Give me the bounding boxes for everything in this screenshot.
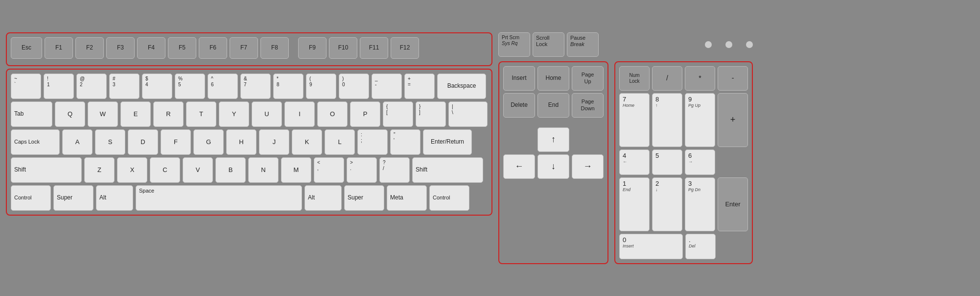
key-s[interactable]: S	[95, 129, 125, 155]
key-numpad-5[interactable]: 5	[652, 149, 682, 175]
key-4[interactable]: $4	[142, 74, 172, 99]
key-numpad-dot[interactable]: . Del	[685, 234, 716, 259]
key-numpad-0[interactable]: 0 Insert	[619, 234, 683, 259]
key-numpad-3[interactable]: 3 Pg Dn	[685, 177, 715, 231]
key-end[interactable]: End	[537, 93, 569, 118]
key-numpad-9[interactable]: 9 Pg Up	[685, 93, 715, 147]
key-q[interactable]: Q	[55, 101, 85, 127]
key-shift-left[interactable]: Shift	[11, 157, 82, 183]
key-meta[interactable]: Meta	[387, 185, 427, 211]
key-f2[interactable]: F2	[75, 37, 104, 59]
key-alt-right[interactable]: Alt	[304, 185, 342, 211]
key-esc[interactable]: Esc	[11, 37, 42, 59]
key-t[interactable]: T	[186, 101, 216, 127]
key-f1[interactable]: F1	[45, 37, 73, 59]
key-7[interactable]: &7	[240, 74, 271, 99]
key-super-left[interactable]: Super	[53, 185, 93, 211]
key-scrolllock[interactable]: Scroll Lock	[533, 32, 564, 57]
key-pagedown[interactable]: PageDown	[572, 93, 604, 118]
key-b[interactable]: B	[215, 157, 246, 183]
key-quote[interactable]: "'	[390, 129, 420, 155]
key-z[interactable]: Z	[84, 157, 115, 183]
key-w[interactable]: W	[88, 101, 118, 127]
key-tilde[interactable]: ~`	[11, 74, 41, 99]
key-control-left[interactable]: Control	[11, 185, 51, 211]
key-alt-left[interactable]: Alt	[96, 185, 133, 211]
key-equals[interactable]: +=	[404, 74, 435, 99]
key-super-right[interactable]: Super	[344, 185, 384, 211]
key-home[interactable]: Home	[537, 66, 569, 91]
key-o[interactable]: O	[317, 101, 348, 127]
key-numpad-8[interactable]: 8 ↑	[652, 93, 682, 147]
key-enter[interactable]: Enter/Return	[423, 129, 472, 155]
key-6[interactable]: ^6	[208, 74, 238, 99]
key-numpad-4[interactable]: 4 ←	[619, 149, 650, 175]
key-shift-right[interactable]: Shift	[412, 157, 483, 183]
key-c[interactable]: C	[150, 157, 180, 183]
key-numlock[interactable]: NumLock	[619, 66, 650, 91]
key-9[interactable]: (9	[306, 74, 336, 99]
key-slash[interactable]: ?/	[379, 157, 410, 183]
key-p[interactable]: P	[350, 101, 380, 127]
key-capslock[interactable]: Caps Lock	[11, 129, 60, 155]
key-j[interactable]: J	[259, 129, 289, 155]
key-5[interactable]: %5	[175, 74, 205, 99]
key-insert[interactable]: Insert	[503, 66, 535, 91]
key-d[interactable]: D	[128, 129, 158, 155]
key-arrow-up[interactable]: ↑	[537, 127, 569, 152]
key-numpad-enter[interactable]: Enter	[718, 177, 748, 231]
key-bracket-open[interactable]: {[	[383, 101, 413, 127]
key-pause[interactable]: Pause Break	[567, 32, 599, 57]
key-numpad-7[interactable]: 7 Home	[619, 93, 650, 147]
key-1[interactable]: !1	[44, 74, 74, 99]
key-backspace[interactable]: Backspace	[437, 74, 486, 99]
key-3[interactable]: #3	[109, 74, 140, 99]
key-f11[interactable]: F11	[360, 37, 388, 59]
key-numpad-asterisk[interactable]: *	[685, 66, 715, 91]
key-a[interactable]: A	[62, 129, 93, 155]
key-m[interactable]: M	[281, 157, 311, 183]
key-period[interactable]: >.	[347, 157, 377, 183]
key-pageup[interactable]: PageUp	[572, 66, 604, 91]
key-numpad-2[interactable]: 2 ↓	[652, 177, 682, 231]
key-delete[interactable]: Delete	[503, 93, 535, 118]
key-y[interactable]: Y	[219, 101, 249, 127]
key-control-right[interactable]: Control	[429, 185, 469, 211]
key-f4[interactable]: F4	[137, 37, 165, 59]
key-numpad-6[interactable]: 6 →	[685, 149, 715, 175]
key-minus[interactable]: _-	[372, 74, 402, 99]
key-f[interactable]: F	[161, 129, 191, 155]
key-g[interactable]: G	[193, 129, 224, 155]
key-8[interactable]: *8	[273, 74, 303, 99]
key-v[interactable]: V	[183, 157, 213, 183]
key-f5[interactable]: F5	[168, 37, 196, 59]
key-numpad-1[interactable]: 1 End	[619, 177, 650, 231]
key-tab[interactable]: Tab	[11, 101, 52, 127]
key-pipe[interactable]: |\	[448, 101, 488, 127]
key-u[interactable]: U	[252, 101, 282, 127]
key-f7[interactable]: F7	[230, 37, 258, 59]
key-f8[interactable]: F8	[260, 37, 289, 59]
key-f10[interactable]: F10	[329, 37, 357, 59]
key-e[interactable]: E	[120, 101, 151, 127]
key-prtscr[interactable]: Prt Scrn Sys Rq	[498, 32, 530, 57]
key-f3[interactable]: F3	[106, 37, 135, 59]
key-semicolon[interactable]: :;	[357, 129, 388, 155]
key-arrow-right[interactable]: →	[572, 154, 604, 179]
key-f6[interactable]: F6	[199, 37, 227, 59]
key-numpad-minus[interactable]: -	[718, 66, 748, 91]
key-i[interactable]: I	[284, 101, 315, 127]
key-f12[interactable]: F12	[391, 37, 419, 59]
key-arrow-left[interactable]: ←	[503, 154, 535, 179]
key-0[interactable]: )0	[339, 74, 369, 99]
key-f9[interactable]: F9	[298, 37, 327, 59]
key-numpad-plus[interactable]: +	[718, 93, 748, 147]
key-bracket-close[interactable]: }]	[416, 101, 446, 127]
key-r[interactable]: R	[153, 101, 184, 127]
key-n[interactable]: N	[248, 157, 279, 183]
key-arrow-down[interactable]: ↓	[537, 154, 569, 179]
key-l[interactable]: L	[325, 129, 355, 155]
key-space[interactable]: Space	[136, 185, 302, 211]
key-h[interactable]: H	[226, 129, 257, 155]
key-x[interactable]: X	[117, 157, 147, 183]
